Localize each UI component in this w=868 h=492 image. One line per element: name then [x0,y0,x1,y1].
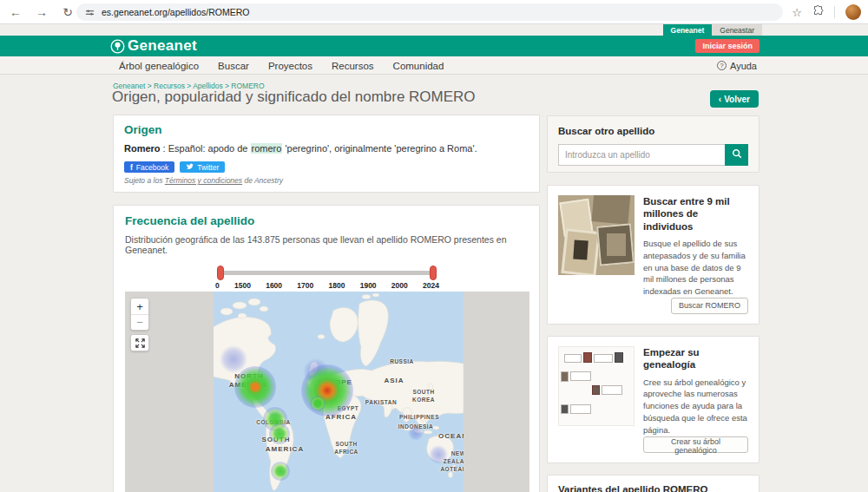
nav-recursos[interactable]: Recursos [332,61,374,71]
question-mark-icon: ? [717,61,727,70]
distribution-map: NORTHAMERICAEUROPEASIARUSSIASOUTHKOREAEG… [125,292,529,492]
forward-icon[interactable]: → [35,5,49,19]
brand-name: Geneanet [128,37,197,55]
frequency-description: Distribución geográfica de las 143.875 p… [125,234,528,255]
screen: ← → ↻ ⌂ es.geneanet.org/apellidos/ROMERO… [0,0,868,492]
browser-profile-avatar[interactable] [845,4,861,20]
genealogy-card-text: Cree su árbol genealógico y aproveche la… [643,377,748,436]
surname-search-card: Buscar otro apellido [547,115,760,173]
search-card-title: Buscar otro apellido [558,126,748,136]
nav-comunidad[interactable]: Comunidad [393,61,444,71]
site-switch-tabs: Geneanet Geneastar [663,24,762,36]
nav-arbol-genealogico[interactable]: Árbol genealógico [119,61,199,71]
family-tree-image [558,346,635,426]
facebook-share-button[interactable]: f Facebook [124,161,174,173]
slider-track[interactable] [220,271,433,275]
map-tiles[interactable]: NORTHAMERICAEUROPEASIARUSSIASOUTHKOREAEG… [214,292,464,492]
search-icon [732,148,742,161]
facebook-icon: f [130,163,133,172]
nav-proyectos[interactable]: Proyectos [268,61,312,71]
geneanet-page: Geneanet Geneastar Geneanet Iniciar sesi… [0,24,868,492]
address-bar[interactable]: es.geneanet.org/apellidos/ROMERO [76,3,783,21]
nav-buscar[interactable]: Buscar [218,61,249,71]
slider-tick-labels: 0 1500 1600 1700 1800 1900 2000 2024 [215,281,439,290]
sidebar: Buscar otro apellido [547,115,760,492]
surname-search-input[interactable] [558,144,725,166]
origin-title: Origen [124,123,529,136]
slider-handle-max[interactable] [430,266,437,280]
browser-right-icons: ☆ [792,0,861,24]
main-column: Origen Romero : Español: apodo de romero… [113,115,540,492]
zoom-out-button[interactable]: − [131,314,148,330]
reload-icon[interactable]: ↻ [61,5,75,19]
highlighted-term: romero [251,143,283,154]
database-card-text: Busque el apellido de sus antepasados y … [643,238,748,298]
database-promo-card: Buscar entre 9 mil millones de individuo… [547,185,760,325]
map-zoom-control: + − [130,298,149,331]
genealogy-card-title: Empezar su genealogía [643,346,748,371]
back-button[interactable]: ‹ Volver [710,90,759,108]
site-settings-icon[interactable] [85,8,95,17]
world-map-svg [214,292,464,492]
year-range-slider: 0 1500 1600 1700 1800 1900 2000 2024 [125,260,528,290]
share-buttons: f Facebook Twitter [124,161,529,173]
login-button[interactable]: Iniciar sesión [695,39,760,53]
frequency-title: Frecuencia del apellido [125,214,528,227]
twitter-share-button[interactable]: Twitter [180,161,225,173]
slider-handle-min[interactable] [217,266,224,280]
search-submit-button[interactable] [725,144,748,166]
origin-description: Romero : Español: apodo de romero 'pereg… [124,143,529,154]
variants-card: Variantes del apellido ROMERO ROMAIR ROM… [547,475,760,492]
database-card-title: Buscar entre 9 mil millones de individuo… [643,195,748,233]
tab-geneanet[interactable]: Geneanet [663,24,713,36]
map-fullscreen-control [130,334,149,351]
tree-logo-icon [110,39,125,54]
genealogy-promo-card: Empezar su genealogía Cree su árbol gene… [547,336,760,463]
terms-link[interactable]: Términos y condiciones [165,176,242,185]
fullscreen-icon[interactable] [131,335,148,351]
create-tree-button[interactable]: Crear su árbol genealógico [643,436,748,453]
origin-card: Origen Romero : Español: apodo de romero… [113,115,540,193]
geneanet-logo[interactable]: Geneanet [110,37,197,55]
twitter-bird-icon [186,162,194,172]
page-title: Origen, popularidad y significado del no… [112,89,476,106]
old-photos-image [558,195,635,275]
frequency-card: Frecuencia del apellido Distribución geo… [113,205,540,492]
variants-card-title: Variantes del apellido ROMERO [558,484,748,492]
search-romero-button[interactable]: Buscar ROMERO [671,298,748,314]
url-text[interactable]: es.geneanet.org/apellidos/ROMERO [102,7,249,17]
main-navigation: Árbol genealógico Buscar Proyectos Recur… [0,56,868,75]
toolbar-divider [834,6,835,18]
brand-header: Geneanet Iniciar sesión [0,36,868,56]
zoom-in-button[interactable]: + [131,298,148,314]
browser-toolbar: ← → ↻ ⌂ es.geneanet.org/apellidos/ROMERO… [0,0,868,24]
help-link[interactable]: ? Ayuda [717,56,757,75]
bookmark-star-icon[interactable]: ☆ [792,6,802,19]
back-icon[interactable]: ← [9,5,23,19]
chevron-left-icon: ‹ [719,95,721,104]
extensions-puzzle-icon[interactable] [812,4,824,20]
tab-geneastar[interactable]: Geneastar [712,24,762,36]
terms-note: Sujeto a los Términos y condiciones de A… [124,176,529,185]
